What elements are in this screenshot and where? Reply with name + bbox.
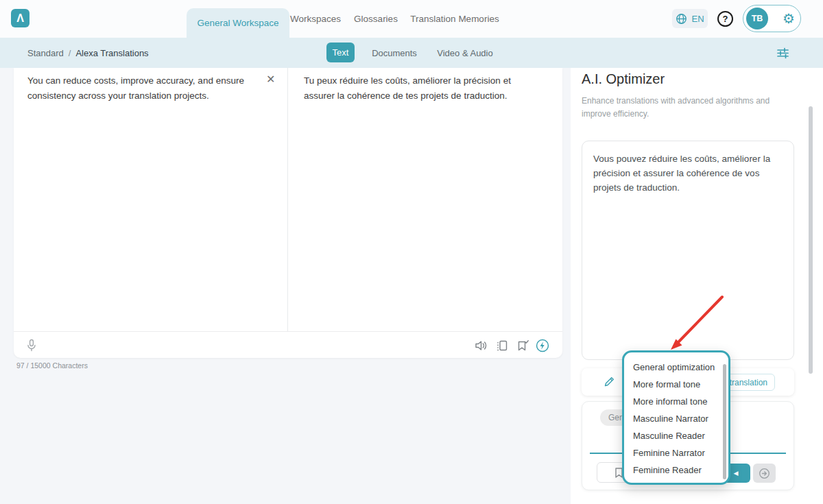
microphone-icon[interactable]	[25, 339, 38, 352]
pane-divider	[287, 68, 288, 331]
tab-label: Translation Memories	[410, 14, 499, 24]
tab-label: Workspaces	[290, 14, 341, 24]
left-caret-icon: ◀	[734, 470, 739, 477]
edit-pencil-icon[interactable]	[604, 376, 615, 387]
breadcrumb-separator: /	[69, 48, 71, 58]
language-code: EN	[691, 14, 704, 24]
breadcrumb-current: Alexa Translations	[75, 48, 148, 58]
logo-glyph: Λ	[16, 12, 24, 25]
annotation-arrow	[652, 285, 734, 353]
dropdown-option-masculine-narrator[interactable]: Masculine Narrator	[624, 410, 728, 427]
help-glyph: ?	[723, 14, 728, 24]
tab-general-workspace[interactable]: General Workspace	[187, 8, 289, 38]
dropdown-option-general-optimization[interactable]: General optimization	[624, 359, 728, 376]
tab-workspaces[interactable]: Workspaces	[291, 0, 339, 38]
dropdown-option-more-formal-tone[interactable]: More formal tone	[624, 376, 728, 393]
view-tab-documents[interactable]: Documents	[371, 38, 418, 68]
app-logo[interactable]: Λ	[11, 9, 29, 27]
panel-subtitle: Enhance translations with advanced algor…	[582, 95, 787, 121]
dropdown-option-masculine-reader[interactable]: Masculine Reader	[624, 427, 728, 444]
view-tab-label: Video & Audio	[437, 48, 492, 58]
globe-icon	[676, 13, 687, 25]
dropdown-option-more-informal-tone[interactable]: More informal tone	[624, 393, 728, 410]
breadcrumb: Standard / Alexa Translations	[27, 38, 149, 68]
panel-title: A.I. Optimizer	[582, 71, 665, 87]
tab-label: Glossaries	[354, 14, 398, 24]
tab-label: General Workspace	[197, 18, 278, 28]
source-text-input[interactable]: You can reduce costs, improve accuracy, …	[27, 73, 261, 104]
clear-source-icon[interactable]: ✕	[266, 73, 275, 86]
view-tab-label: Text	[333, 47, 349, 58]
help-button[interactable]: ?	[717, 11, 733, 27]
panel-scrollbar[interactable]	[809, 106, 813, 374]
optimization-dropdown: General optimization More formal tone Mo…	[622, 350, 730, 485]
filter-settings-icon[interactable]	[776, 46, 790, 60]
toolbar-divider	[14, 331, 562, 332]
tab-translation-memories[interactable]: Translation Memories	[410, 0, 499, 38]
ai-optimizer-toggle-icon[interactable]	[536, 339, 549, 352]
breadcrumb-root[interactable]: Standard	[27, 48, 64, 58]
dropdown-scrollbar[interactable]	[723, 364, 726, 479]
tab-glossaries[interactable]: Glossaries	[353, 0, 398, 38]
avatar[interactable]: TB	[746, 8, 768, 29]
dropdown-option-feminine-narrator[interactable]: Feminine Narrator	[624, 444, 728, 461]
translated-text-output: Tu peux réduire les coûts, améliorer la …	[304, 73, 544, 104]
bookmark-check-icon[interactable]	[516, 339, 529, 352]
submit-arrow-button[interactable]	[753, 464, 776, 483]
settings-gear-icon[interactable]: ⚙	[783, 12, 795, 25]
translation-editor-card	[14, 68, 562, 358]
dropdown-option-feminine-reader[interactable]: Feminine Reader	[624, 461, 728, 479]
language-selector[interactable]: EN	[672, 9, 708, 28]
copy-icon[interactable]	[495, 339, 509, 352]
character-counter: 97 / 15000 Characters	[16, 361, 88, 370]
avatar-initials: TB	[752, 14, 763, 23]
view-tab-video-audio[interactable]: Video & Audio	[436, 38, 494, 68]
profile-menu[interactable]: TB ⚙	[743, 5, 801, 32]
view-tab-label: Documents	[372, 48, 417, 58]
view-tab-text[interactable]: Text	[326, 43, 355, 62]
speaker-icon[interactable]	[474, 339, 488, 352]
